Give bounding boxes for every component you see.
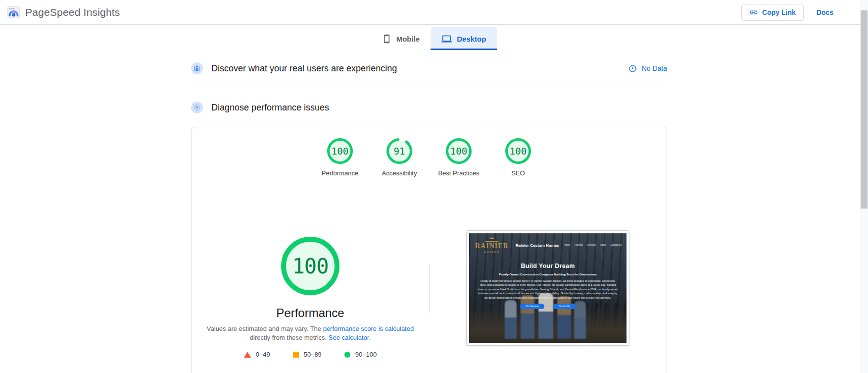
docs-link[interactable]: Docs — [817, 8, 833, 16]
category-score-best-practices[interactable]: 100 Best Practices — [429, 138, 488, 177]
performance-gauge: 100 — [327, 138, 353, 164]
pagespeed-insights-app: PageSpeed Insights Copy Link Docs Mobile — [0, 0, 868, 373]
field-data-section: Discover what your real users are experi… — [191, 50, 667, 87]
lab-data-heading: Diagnose performance issues — [191, 102, 329, 113]
site-nav-item: Home — [564, 244, 570, 246]
tab-mobile[interactable]: Mobile — [371, 27, 431, 50]
copy-link-button[interactable]: Copy Link — [741, 4, 804, 21]
site-contact-button: Contact Us — [553, 304, 576, 309]
legend-item-pass: 90–100 — [344, 351, 377, 358]
app-logo-group: PageSpeed Insights — [7, 5, 120, 19]
big-performance-gauge: 100 — [281, 237, 339, 295]
summary-divider — [429, 264, 430, 313]
big-gauge-title: Performance — [276, 306, 344, 320]
summary-left: 100 Performance Values are estimated and… — [192, 185, 429, 370]
header-actions: Copy Link Docs — [741, 4, 833, 21]
site-screenshot-thumbnail: RAINIER HOMES Rainier Custom Homes Home … — [466, 230, 629, 346]
score-calculation-link[interactable]: performance score is calculated — [323, 325, 414, 332]
site-brand: Rainier Custom Homes — [516, 243, 559, 248]
score-disclaimer: Values are estimated and may vary. The p… — [206, 324, 414, 342]
tab-desktop-label: Desktop — [457, 35, 486, 43]
pass-circle-icon — [344, 352, 350, 358]
info-icon — [628, 64, 637, 73]
disclaimer-text: directly from these metrics. — [250, 334, 329, 341]
legend-range: 90–100 — [355, 351, 377, 358]
roof-icon — [485, 237, 499, 242]
site-headline: Build Your Dream — [477, 263, 619, 269]
summary-right: RAINIER HOMES Rainier Custom Homes Home … — [429, 185, 667, 370]
seo-label: SEO — [511, 169, 525, 177]
accessibility-gauge: 91 — [386, 138, 412, 164]
site-nav: Home Projects Services About Contact Us — [564, 244, 622, 246]
report-card: 100 Performance 91 Accessibility 100 Bes… — [191, 127, 667, 373]
site-nav-item: About — [600, 244, 606, 246]
site-logo: RAINIER HOMES — [475, 237, 509, 254]
best-practices-label: Best Practices — [438, 169, 479, 177]
site-buttons: Our Services Contact Us — [477, 304, 619, 309]
big-performance-score: 100 — [292, 254, 329, 278]
scrollbar-thumb[interactable] — [861, 10, 868, 209]
best-practices-gauge: 100 — [446, 138, 472, 164]
best-practices-score: 100 — [450, 146, 467, 157]
field-data-title: Discover what your real users are experi… — [211, 63, 397, 74]
category-score-performance[interactable]: 100 Performance — [310, 138, 370, 177]
category-score-seo[interactable]: 100 SEO — [488, 138, 548, 177]
smartphone-icon — [382, 34, 391, 44]
site-logo-subtext: HOMES — [475, 251, 509, 254]
real-users-icon — [191, 62, 203, 74]
site-nav-item: Contact Us — [611, 244, 622, 246]
category-score-accessibility[interactable]: 91 Accessibility — [370, 138, 429, 177]
site-nav-item: Services — [587, 244, 596, 246]
site-logo-text: RAINIER — [475, 243, 509, 250]
laptop-icon — [441, 34, 452, 44]
field-data-heading: Discover what your real users are experi… — [191, 62, 397, 74]
pagespeed-logo-icon — [7, 5, 20, 19]
accessibility-score: 91 — [394, 146, 405, 157]
site-nav-item: Projects — [575, 244, 582, 246]
site-hero: Build Your Dream Family-Owned Constructi… — [469, 263, 627, 309]
device-tabs: Mobile Desktop — [0, 27, 868, 50]
site-services-button: Our Services — [520, 304, 544, 309]
performance-label: Performance — [322, 169, 358, 177]
seo-score: 100 — [510, 146, 527, 157]
lab-data-title: Diagnose performance issues — [211, 103, 329, 113]
main-content: Discover what your real users are experi… — [191, 50, 667, 373]
legend-range: 50–89 — [304, 351, 322, 358]
site-header: RAINIER HOMES Rainier Custom Homes Home … — [469, 233, 627, 254]
copy-link-label: Copy Link — [762, 8, 796, 16]
average-square-icon — [293, 352, 299, 358]
site-paragraph: Ready to build your dream custom home? A… — [477, 279, 619, 300]
app-header: PageSpeed Insights Copy Link Docs — [0, 0, 868, 25]
see-calculator-link[interactable]: See calculator — [329, 334, 369, 341]
disclaimer-text: . — [369, 334, 371, 341]
accessibility-label: Accessibility — [382, 169, 417, 177]
performance-score: 100 — [332, 146, 348, 157]
tab-mobile-label: Mobile — [396, 35, 420, 43]
lab-data-section: Diagnose performance issues — [191, 87, 667, 123]
link-icon — [749, 8, 758, 17]
score-legend: 0–49 50–89 90–100 — [244, 351, 377, 358]
site-subheadline: Family-Owned Construction Company Buildi… — [477, 273, 619, 276]
no-data-label: No Data — [642, 64, 667, 72]
app-title: PageSpeed Insights — [25, 6, 120, 18]
seo-gauge: 100 — [505, 138, 531, 164]
category-scores: 100 Performance 91 Accessibility 100 Bes… — [192, 138, 667, 177]
legend-item-average: 50–89 — [293, 351, 322, 358]
no-data-status[interactable]: No Data — [628, 64, 667, 73]
legend-range: 0–49 — [256, 351, 270, 358]
legend-item-fail: 0–49 — [244, 351, 270, 358]
tab-desktop[interactable]: Desktop — [431, 27, 497, 50]
performance-summary: 100 Performance Values are estimated and… — [192, 185, 667, 370]
scrollbar[interactable] — [860, 0, 868, 373]
site-preview: RAINIER HOMES Rainier Custom Homes Home … — [469, 233, 627, 343]
fail-triangle-icon — [244, 352, 251, 358]
diagnose-gauge-icon — [191, 102, 203, 113]
disclaimer-text: Values are estimated and may vary. The — [207, 325, 323, 332]
